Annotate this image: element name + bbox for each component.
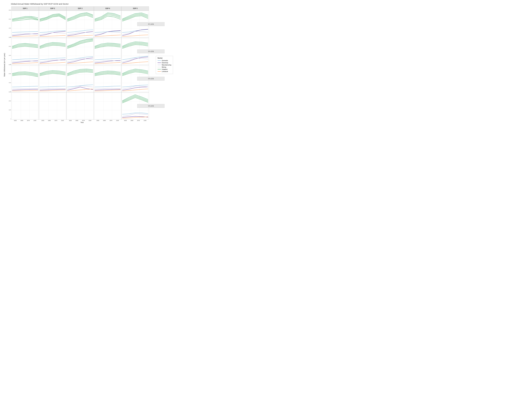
legend-label-mining: Mining bbox=[162, 66, 166, 68]
col-header-ssp5: SSP 5 bbox=[121, 6, 149, 10]
panel-r3c1 bbox=[39, 92, 66, 120]
panel-r1c3 bbox=[94, 38, 121, 65]
legend-label-domestic: Domestic bbox=[162, 60, 168, 61]
panel-r1c0 bbox=[11, 38, 39, 65]
panel-r2c0 bbox=[11, 65, 39, 92]
manufacturing-icon bbox=[158, 65, 161, 65]
legend-item-irrigation: Irrigation bbox=[158, 68, 171, 70]
x-ticks-r4: 2025205020752100 bbox=[121, 120, 149, 121]
y-axis-label: Water Withdrawal (km³ per year) bbox=[3, 6, 6, 123]
ytick-3000: 3000 bbox=[9, 9, 11, 11]
legend-item-livestock: Livestock bbox=[158, 71, 171, 72]
panel-r0c2 bbox=[66, 10, 94, 38]
legend-label-irrigation: Irrigation bbox=[162, 68, 168, 70]
row-label-rcp60: RCP 6.0 bbox=[137, 77, 164, 81]
x-ticks-r0: 2025205020752100 bbox=[11, 120, 39, 121]
col-header-ssp3: SSP 3 bbox=[66, 6, 94, 10]
legend-title: Sector bbox=[158, 57, 171, 59]
x-ticks-r2: 2025205020752100 bbox=[66, 120, 94, 121]
panel-r2c1 bbox=[39, 65, 66, 92]
electricity-icon bbox=[158, 63, 161, 63]
panel-r0c3 bbox=[94, 10, 121, 38]
legend-item-electricity: Electricity bbox=[158, 62, 171, 64]
panel-r0c0 bbox=[11, 10, 39, 38]
legend-label-manufacturing: Manufacturing bbox=[162, 64, 171, 66]
row-label-rcp26: RCP 2.6 bbox=[137, 22, 164, 26]
row-label-rcp45: RCP 4.5 bbox=[137, 49, 164, 53]
domestic-icon bbox=[158, 60, 161, 61]
ytick-1000: 1000 bbox=[9, 28, 11, 29]
chart-title: Global Annual Water Withdrawal by SSP-RC… bbox=[11, 3, 175, 5]
irrigation-icon bbox=[158, 69, 161, 69]
x-ticks-r3: 2025205020752100 bbox=[94, 120, 121, 121]
panel-r3c0 bbox=[11, 92, 39, 120]
ytick-2000: 2000 bbox=[9, 19, 11, 20]
panel-r1c2 bbox=[66, 38, 94, 65]
x-ticks-r1: 2025205020752100 bbox=[39, 120, 66, 121]
legend: Sector Domestic Electricity Manufacturin… bbox=[156, 56, 173, 74]
col-header-ssp2: SSP 2 bbox=[39, 6, 66, 10]
legend-item-manufacturing: Manufacturing bbox=[158, 64, 171, 66]
panel-r3c2 bbox=[66, 92, 94, 120]
x-axis-title: Year bbox=[11, 121, 153, 123]
livestock-icon bbox=[158, 71, 161, 72]
legend-label-livestock: Livestock bbox=[162, 71, 168, 72]
panel-r2c3 bbox=[94, 65, 121, 92]
legend-item-domestic: Domestic bbox=[158, 60, 171, 61]
row-label-rcp85: RCP 8.5 bbox=[137, 104, 164, 108]
col-header-ssp4: SSP 4 bbox=[94, 6, 121, 10]
panel-r2c2 bbox=[66, 65, 94, 92]
mining-icon bbox=[158, 67, 161, 67]
panel-r1c1 bbox=[39, 38, 66, 65]
col-header-ssp1: SSP 1 bbox=[11, 6, 39, 10]
legend-item-mining: Mining bbox=[158, 66, 171, 68]
panel-r3c3 bbox=[94, 92, 121, 120]
panel-r0c1 bbox=[39, 10, 66, 38]
legend-label-electricity: Electricity bbox=[162, 62, 168, 64]
